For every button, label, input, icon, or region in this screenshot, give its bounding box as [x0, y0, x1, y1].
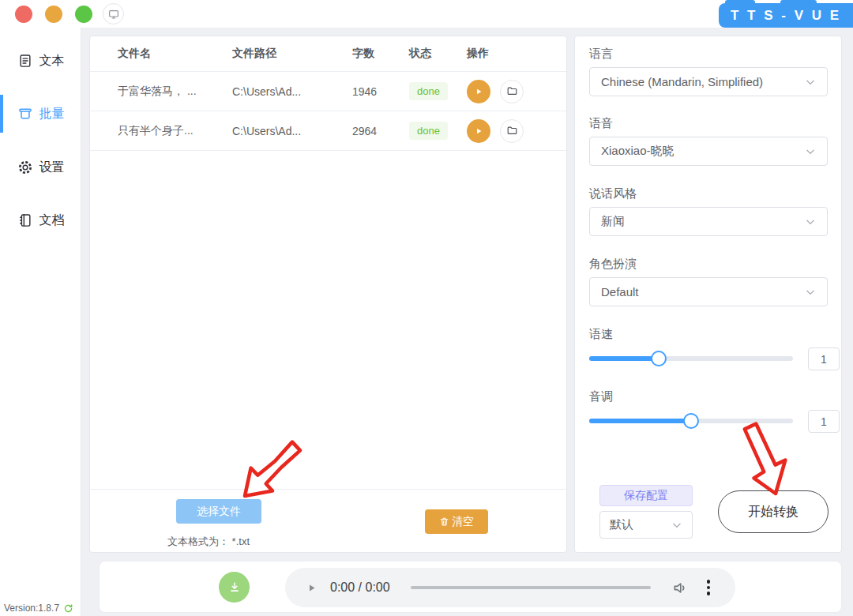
status-badge: done: [409, 82, 448, 100]
speaking-style-select[interactable]: 新闻: [589, 207, 828, 236]
file-name: 只有半个身子...: [118, 124, 232, 138]
sidebar-item-text[interactable]: 文本: [0, 44, 81, 77]
chevron-down-icon: [805, 77, 816, 88]
display-toggle-button[interactable]: [103, 3, 124, 24]
file-path: C:\Users\Ad...: [232, 85, 352, 98]
notebook-icon: [17, 212, 33, 228]
sidebar-item-label: 设置: [39, 161, 65, 174]
batch-file-panel: 文件名 文件路径 字数 状态 操作 于富华落马， ... C:\Users\Ad…: [89, 36, 567, 553]
select-file-button[interactable]: 选择文件: [176, 499, 261, 524]
sidebar-item-label: 文本: [39, 54, 65, 67]
sidebar-item-label: 文档: [39, 214, 65, 227]
col-filepath: 文件路径: [232, 47, 352, 61]
voice-label: 语音: [589, 116, 613, 131]
speed-slider[interactable]: [589, 356, 793, 361]
pitch-slider[interactable]: [589, 419, 793, 423]
player-play-icon[interactable]: [306, 582, 318, 594]
document-icon: [17, 53, 33, 69]
config-select[interactable]: 默认: [599, 511, 693, 539]
monitor-icon: [107, 8, 120, 21]
sidebar-item-label: 批量: [39, 107, 65, 120]
status-badge: done: [409, 122, 448, 140]
table-header: 文件名 文件路径 字数 状态 操作: [90, 36, 566, 72]
window-close-button[interactable]: [15, 6, 32, 23]
audio-bar: 0:00 / 0:00: [99, 561, 842, 613]
file-name: 于富华落马， ...: [118, 85, 232, 99]
sidebar-item-settings[interactable]: 设置: [0, 151, 81, 184]
tts-settings-panel: 语言 Chinese (Mandarin, Simplified) 语音 Xia…: [574, 36, 842, 553]
format-hint: 文本格式为： *.txt: [167, 535, 250, 549]
speed-value[interactable]: 1: [808, 347, 840, 370]
sidebar: 文本 批量 设置 文档 Version:1.8.7: [0, 28, 81, 616]
pitch-label: 音调: [589, 389, 613, 404]
word-count: 2964: [352, 125, 409, 137]
chevron-down-icon: [805, 146, 816, 157]
table-row: 只有半个身子... C:\Users\Ad... 2964 done: [90, 111, 566, 151]
open-folder-button[interactable]: [500, 119, 524, 143]
open-folder-button[interactable]: [500, 80, 524, 103]
sidebar-item-batch[interactable]: 批量: [0, 97, 81, 130]
table-row: 于富华落马， ... C:\Users\Ad... 1946 done: [90, 72, 566, 111]
refresh-icon[interactable]: [63, 603, 73, 614]
window-maximize-button[interactable]: [75, 6, 92, 23]
chevron-down-icon: [805, 287, 816, 298]
save-config-button[interactable]: 保存配置: [599, 485, 693, 506]
audio-player: 0:00 / 0:00: [285, 568, 735, 607]
download-audio-button[interactable]: [219, 572, 250, 603]
pitch-slider-fill: [589, 419, 691, 423]
tts-vue-window: T T S - V U E 文本 批量 设置 文档: [0, 0, 853, 616]
role-label: 角色扮演: [589, 257, 637, 272]
pitch-value[interactable]: 1: [808, 410, 840, 433]
style-label: 说话风格: [589, 186, 637, 201]
player-time: 0:00 / 0:00: [330, 580, 390, 595]
chevron-down-icon: [805, 216, 816, 227]
player-progress-bar[interactable]: [411, 586, 651, 589]
col-filename: 文件名: [118, 47, 232, 61]
clear-list-button[interactable]: 清空: [425, 509, 488, 534]
pitch-slider-thumb[interactable]: [683, 413, 699, 429]
app-logo: T T S - V U E: [719, 3, 853, 28]
col-wordcount: 字数: [352, 47, 409, 61]
version-label: Version:1.8.7: [4, 603, 73, 614]
col-actions: 操作: [467, 47, 566, 61]
voice-select[interactable]: Xiaoxiao-晓晓: [589, 137, 828, 166]
download-icon: [227, 580, 242, 595]
file-panel-footer: 选择文件 文本格式为： *.txt 清空: [90, 489, 566, 552]
player-menu-button[interactable]: [702, 578, 716, 597]
trash-icon: [439, 516, 449, 527]
word-count: 1946: [352, 85, 409, 98]
window-minimize-button[interactable]: [45, 6, 62, 23]
sidebar-item-docs[interactable]: 文档: [0, 204, 81, 237]
titlebar: T T S - V U E: [0, 0, 853, 28]
start-conversion-button[interactable]: 开始转换: [718, 490, 829, 533]
role-play-select[interactable]: Default: [589, 277, 828, 306]
file-path: C:\Users\Ad...: [232, 125, 352, 137]
col-status: 状态: [409, 47, 467, 61]
speed-slider-thumb[interactable]: [651, 351, 667, 366]
play-audio-button[interactable]: [467, 119, 490, 143]
speed-slider-fill: [589, 356, 659, 361]
folder-icon: [506, 125, 518, 137]
play-icon: [472, 85, 485, 98]
language-select[interactable]: Chinese (Mandarin, Simplified): [589, 67, 828, 96]
play-audio-button[interactable]: [467, 80, 490, 103]
play-icon: [472, 125, 485, 137]
chevron-down-icon: [671, 520, 682, 531]
folder-icon: [506, 85, 518, 97]
batch-box-icon: [17, 106, 33, 122]
language-label: 语言: [589, 47, 613, 62]
gear-icon: [17, 160, 33, 175]
volume-icon[interactable]: [671, 579, 690, 597]
speed-label: 语速: [589, 327, 613, 342]
